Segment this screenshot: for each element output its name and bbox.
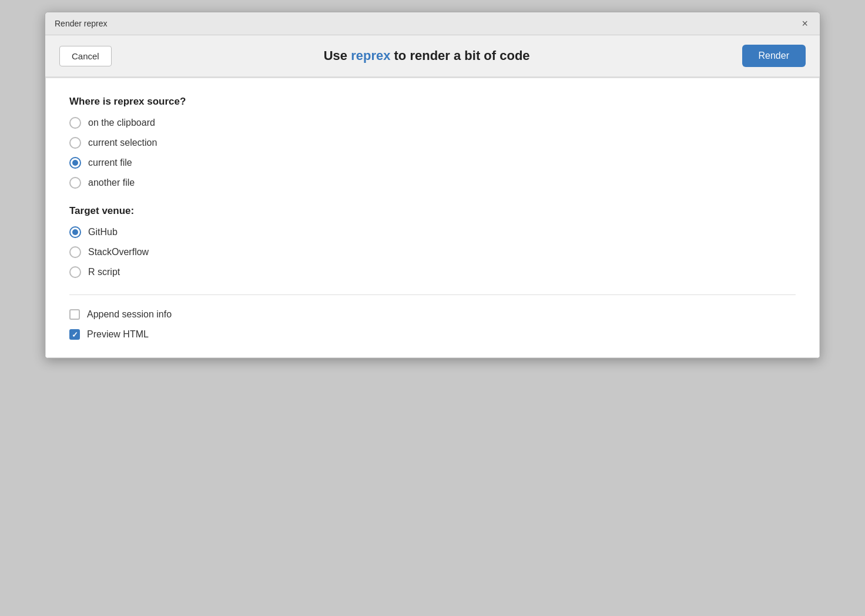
- render-button[interactable]: Render: [742, 45, 806, 67]
- radio-item-current-file[interactable]: current file: [69, 157, 796, 169]
- close-button[interactable]: ×: [799, 17, 810, 30]
- source-radio-group: on the clipboard current selection curre…: [69, 117, 796, 189]
- venue-section-title: Target venue:: [69, 205, 796, 217]
- checkbox-item-session-info[interactable]: Append session info: [69, 309, 796, 320]
- radio-item-selection[interactable]: current selection: [69, 137, 796, 149]
- checkbox-session-info-label[interactable]: Append session info: [87, 309, 172, 320]
- radio-rscript-label[interactable]: R script: [88, 267, 120, 277]
- cancel-button[interactable]: Cancel: [59, 46, 112, 66]
- radio-stackoverflow-label[interactable]: StackOverflow: [88, 247, 149, 257]
- radio-current-file-label[interactable]: current file: [88, 158, 132, 168]
- radio-github-label[interactable]: GitHub: [88, 227, 118, 237]
- venue-radio-group: GitHub StackOverflow R script: [69, 226, 796, 278]
- checkbox-preview-html[interactable]: [69, 329, 80, 340]
- radio-item-github[interactable]: GitHub: [69, 226, 796, 238]
- title-suffix: to render a bit of code: [390, 48, 529, 63]
- section-divider: [69, 294, 796, 295]
- header: Cancel Use reprex to render a bit of cod…: [45, 35, 820, 78]
- title-bar: Render reprex ×: [45, 12, 820, 35]
- radio-item-stackoverflow[interactable]: StackOverflow: [69, 246, 796, 258]
- radio-item-clipboard[interactable]: on the clipboard: [69, 117, 796, 129]
- radio-clipboard[interactable]: [69, 117, 81, 129]
- radio-current-file[interactable]: [69, 157, 81, 169]
- radio-rscript[interactable]: [69, 266, 81, 278]
- title-link: reprex: [351, 48, 390, 63]
- checkbox-item-preview-html[interactable]: Preview HTML: [69, 329, 796, 340]
- dialog: Render reprex × Cancel Use reprex to ren…: [45, 12, 820, 359]
- radio-another-file-label[interactable]: another file: [88, 178, 135, 188]
- header-title: Use reprex to render a bit of code: [112, 48, 742, 63]
- source-section: Where is reprex source? on the clipboard…: [69, 96, 796, 189]
- radio-selection[interactable]: [69, 137, 81, 149]
- radio-selection-label[interactable]: current selection: [88, 138, 157, 148]
- radio-stackoverflow[interactable]: [69, 246, 81, 258]
- radio-github[interactable]: [69, 226, 81, 238]
- source-section-title: Where is reprex source?: [69, 96, 796, 108]
- venue-section: Target venue: GitHub StackOverflow R scr…: [69, 205, 796, 278]
- checkbox-preview-html-label[interactable]: Preview HTML: [87, 329, 149, 340]
- radio-clipboard-label[interactable]: on the clipboard: [88, 118, 155, 128]
- dialog-title: Render reprex: [55, 19, 108, 28]
- title-prefix: Use: [324, 48, 351, 63]
- checkbox-group: Append session info Preview HTML: [69, 309, 796, 340]
- radio-another-file[interactable]: [69, 177, 81, 189]
- content-area: Where is reprex source? on the clipboard…: [45, 78, 820, 358]
- radio-item-rscript[interactable]: R script: [69, 266, 796, 278]
- checkbox-session-info[interactable]: [69, 309, 80, 320]
- radio-item-another-file[interactable]: another file: [69, 177, 796, 189]
